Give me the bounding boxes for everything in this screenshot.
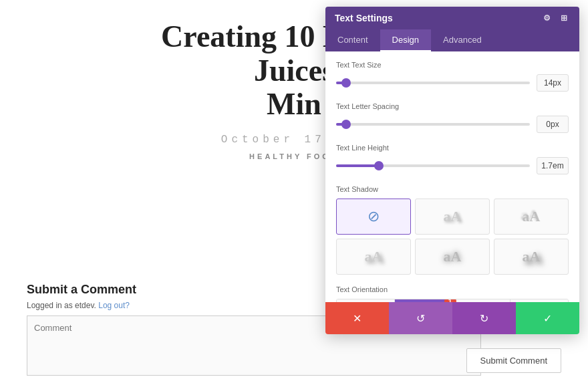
shadow-option-5[interactable]: aA <box>494 239 569 275</box>
letter-spacing-track[interactable] <box>336 123 530 126</box>
letter-spacing-thumb[interactable] <box>341 120 351 129</box>
panel-settings-icon[interactable]: ⚙ <box>541 12 553 24</box>
reset-button[interactable]: ↺ <box>389 302 452 334</box>
panel-header: Text Settings ⚙ ⊞ <box>325 7 579 29</box>
orientation-option-1[interactable]: 1 <box>395 299 453 302</box>
shadow-option-2[interactable]: aA <box>494 199 569 235</box>
panel-expand-icon[interactable]: ⊞ <box>558 12 570 24</box>
text-size-track[interactable] <box>336 82 530 84</box>
shadow-option-1[interactable]: aA <box>415 199 490 235</box>
text-size-value[interactable]: 14px <box>537 74 569 92</box>
text-shadow-label: Text Shadow <box>336 185 569 193</box>
line-height-slider-row: 1.7em <box>336 157 569 174</box>
tab-design[interactable]: Design <box>380 29 431 51</box>
comment-section: Submit a Comment Logged in as etdev. Log… <box>27 283 321 378</box>
tab-advanced[interactable]: Advanced <box>431 29 494 51</box>
submit-btn-area: Submit Comment <box>466 348 561 373</box>
letter-spacing-section: Text Letter Spacing 0px <box>336 102 569 133</box>
letter-spacing-label: Text Letter Spacing <box>336 102 569 110</box>
line-height-track[interactable] <box>336 164 530 167</box>
text-size-thumb[interactable] <box>341 78 351 88</box>
text-orientation-section: Text Orientation 1 <box>336 285 569 302</box>
shadow-option-none[interactable]: ⊘ <box>336 199 411 235</box>
text-size-slider-row: 14px <box>336 74 569 92</box>
panel-title: Text Settings <box>335 13 393 23</box>
orientation-option-0[interactable] <box>337 299 395 302</box>
orientation-options: 1 <box>336 299 569 302</box>
text-size-section: Text Text Size 14px <box>336 61 569 92</box>
shadow-text-1: aA <box>444 208 462 225</box>
comment-logged-info: Logged in as etdev. Log out? <box>27 301 321 310</box>
orientation-badge: 1 <box>444 299 456 302</box>
confirm-icon: ✓ <box>543 312 552 325</box>
orientation-option-3[interactable] <box>510 299 568 302</box>
line-height-section: Text Line Height 1.7em <box>336 144 569 174</box>
panel-body: Text Text Size 14px Text Letter Spacing … <box>325 51 579 302</box>
reset-icon: ↺ <box>416 312 425 325</box>
logout-link[interactable]: Log out? <box>98 301 130 310</box>
line-height-thumb[interactable] <box>374 161 384 170</box>
panel-header-icons: ⚙ ⊞ <box>541 12 570 24</box>
redo-button[interactable]: ↻ <box>452 302 516 334</box>
text-shadow-section: Text Shadow ⊘ aA aA aA <box>336 185 569 275</box>
line-height-fill <box>336 164 379 167</box>
cancel-icon: ✕ <box>353 312 361 325</box>
letter-spacing-value[interactable]: 0px <box>537 116 569 133</box>
cancel-button[interactable]: ✕ <box>325 302 389 334</box>
submit-comment-button[interactable]: Submit Comment <box>466 348 561 373</box>
line-height-label: Text Line Height <box>336 144 569 152</box>
no-shadow-icon: ⊘ <box>368 208 380 225</box>
tab-content[interactable]: Content <box>325 29 380 51</box>
panel-tabs: Content Design Advanced <box>325 29 579 51</box>
shadow-text-5: aA <box>523 248 541 265</box>
line-height-value[interactable]: 1.7em <box>537 157 569 174</box>
panel-footer: ✕ ↺ ↻ ✓ <box>325 302 579 334</box>
shadow-grid: ⊘ aA aA aA aA a <box>336 199 569 275</box>
text-orientation-label: Text Orientation <box>336 285 569 293</box>
text-size-label: Text Text Size <box>336 61 569 69</box>
letter-spacing-slider-row: 0px <box>336 116 569 133</box>
text-settings-panel: Text Settings ⚙ ⊞ Content Design Advance… <box>325 7 579 334</box>
shadow-text-4: aA <box>444 248 462 265</box>
comment-heading: Submit a Comment <box>27 283 321 297</box>
confirm-button[interactable]: ✓ <box>516 302 579 334</box>
shadow-option-3[interactable]: aA <box>336 239 411 275</box>
shadow-text-3: aA <box>365 248 383 265</box>
redo-icon: ↻ <box>480 312 488 325</box>
shadow-text-2: aA <box>523 208 541 225</box>
shadow-option-4[interactable]: aA <box>415 239 490 275</box>
orientation-option-2[interactable] <box>453 299 511 302</box>
